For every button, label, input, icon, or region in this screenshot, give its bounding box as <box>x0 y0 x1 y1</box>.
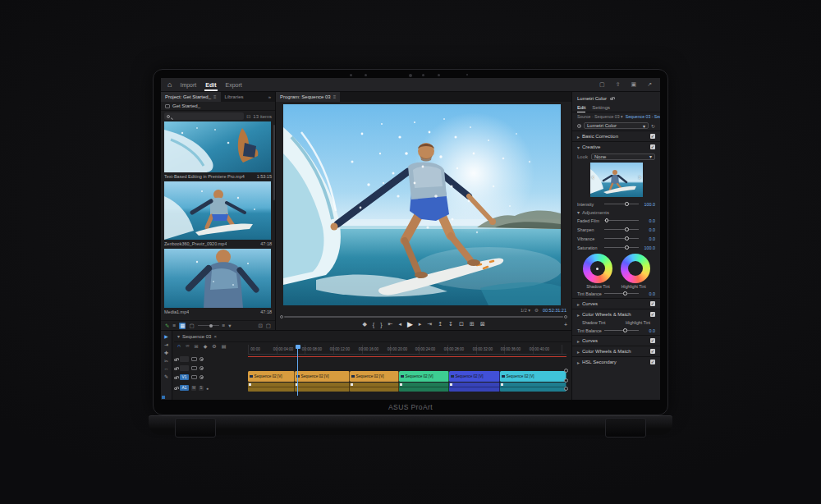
mark-out-icon[interactable]: } <box>380 322 382 328</box>
lock-icon[interactable] <box>174 368 177 370</box>
audio-clip[interactable] <box>399 383 449 392</box>
go-to-in-icon[interactable]: ⇤ <box>388 321 393 328</box>
slider-track[interactable] <box>604 220 639 221</box>
play-icon[interactable]: ▶ <box>407 320 413 328</box>
checkbox-checked-icon[interactable]: ✓ <box>650 360 655 364</box>
section-curves-2[interactable]: ▸Curves ✓ <box>572 335 660 346</box>
look-preview[interactable]: ‹ › <box>590 163 643 197</box>
look-select[interactable]: None▾ <box>591 153 655 160</box>
audio-clip[interactable] <box>449 383 500 392</box>
lock-icon[interactable] <box>174 387 177 390</box>
timeline-clip[interactable]: Sequence 02 [V] <box>399 371 449 382</box>
eye-icon[interactable] <box>200 357 204 361</box>
export-frame-icon[interactable]: ⊡ <box>459 321 464 328</box>
reset-effect-icon[interactable]: ↻ <box>651 123 655 129</box>
slider-handle[interactable] <box>623 328 627 332</box>
step-forward-icon[interactable]: ▸ <box>419 321 422 328</box>
timeline-clip[interactable]: Sequence 02 [V] <box>295 371 350 382</box>
checkbox-checked-icon[interactable]: ✓ <box>650 144 655 149</box>
slider-handle[interactable] <box>623 291 627 296</box>
close-icon[interactable]: × <box>213 334 217 339</box>
slider-value[interactable]: 0.0 <box>641 328 655 333</box>
lock-icon[interactable] <box>174 377 177 379</box>
slider-handle[interactable] <box>625 245 629 250</box>
slider-handle[interactable] <box>625 236 629 241</box>
track-header-v2[interactable] <box>174 364 248 372</box>
checkbox-checked-icon[interactable]: ✓ <box>650 349 655 354</box>
tab-import[interactable]: Import <box>179 80 197 89</box>
quick-export-icon[interactable]: ⇧ <box>614 81 622 88</box>
razor-tool-icon[interactable]: ✂ <box>164 358 168 364</box>
section-basic-correction[interactable]: ▸Basic Correction ✓ <box>572 131 660 141</box>
sort-icon[interactable]: ≡ <box>222 323 226 328</box>
tab-lumetri-settings[interactable]: Settings <box>592 105 610 110</box>
scrollbar[interactable] <box>273 125 275 200</box>
slider-track[interactable] <box>604 293 639 294</box>
insert-icon[interactable]: ⊞ <box>470 321 475 328</box>
overwrite-icon[interactable]: ⊠ <box>480 321 485 328</box>
workspaces-icon[interactable]: ▣ <box>630 81 639 88</box>
audio-clip[interactable] <box>500 383 566 392</box>
source-patch[interactable] <box>180 356 189 362</box>
adjustments-header[interactable]: ▾Adjustments <box>572 208 660 216</box>
list-item[interactable]: Zenbook360_Previz_0920.mp4 47:18 <box>164 181 272 247</box>
mark-in-icon[interactable]: { <box>373 322 374 328</box>
section-color-wheels-2[interactable]: ▸Color Wheels & Match ✓ <box>572 346 660 356</box>
tab-lumetri-edit[interactable]: Edit <box>577 105 585 110</box>
mic-icon[interactable]: ● <box>206 386 209 391</box>
slider-value[interactable]: 0.0 <box>641 236 655 241</box>
highlight-tint-wheel[interactable] <box>621 254 650 283</box>
audio-clip[interactable] <box>295 383 350 392</box>
effect-select[interactable]: Lumetri Color▾ <box>584 122 649 129</box>
track-toggle-icon[interactable] <box>191 357 197 361</box>
section-curves-1[interactable]: ▸Curves ✓ <box>572 298 660 309</box>
look-prev-icon[interactable]: ‹ <box>592 174 594 181</box>
slider-track[interactable] <box>604 204 639 204</box>
timeline-settings-icon[interactable]: ▤ <box>222 343 227 349</box>
ripple-edit-tool-icon[interactable]: ✚ <box>164 350 168 355</box>
panel-menu-icon[interactable]: ≡ <box>333 94 337 99</box>
tab-program[interactable]: Program: Sequence 03 ≡ <box>276 92 340 102</box>
tab-export[interactable]: Export <box>225 80 243 89</box>
solo-button[interactable]: S <box>199 386 204 391</box>
checkbox-checked-icon[interactable]: ✓ <box>650 338 655 343</box>
look-next-icon[interactable]: › <box>639 174 641 181</box>
slider-value[interactable]: 0.0 <box>641 227 655 232</box>
workspace-panel-icon[interactable]: ▢ <box>598 81 607 88</box>
section-creative[interactable]: ▾Creative ✓ <box>572 141 660 152</box>
slider-value[interactable]: 100.0 <box>641 202 655 207</box>
home-icon[interactable]: ⌂ <box>167 81 172 89</box>
freeform-view-icon[interactable]: ▢ <box>189 323 194 329</box>
pen-tool-icon[interactable]: ✎ <box>164 373 168 379</box>
linked-selection-icon[interactable]: ∞ <box>186 343 189 349</box>
slider-value[interactable]: 100.0 <box>641 245 655 250</box>
search-options-icon[interactable]: ⊡ <box>246 113 250 119</box>
checkbox-checked-icon[interactable]: ✓ <box>650 301 655 306</box>
list-item[interactable]: Text-Based Editing in Premiere Pro.mp4 1… <box>164 121 272 180</box>
audio-clip[interactable] <box>350 383 399 392</box>
button-editor-icon[interactable]: + <box>564 322 567 328</box>
automate-icon[interactable]: ▾ <box>228 323 231 329</box>
source-target-link[interactable]: Sequence 03 - Sequence… <box>626 114 660 119</box>
timeline-clip[interactable]: Sequence 02 [V] <box>500 371 566 382</box>
mute-button[interactable]: M <box>191 386 196 391</box>
thumb-zoom-slider[interactable] <box>198 325 219 326</box>
sequence-tab[interactable]: ▾ Sequence 03 × <box>177 333 217 339</box>
grid-view-icon[interactable]: ▦ <box>179 323 186 329</box>
slider-track[interactable] <box>604 238 639 239</box>
track-handle-icon[interactable] <box>564 387 568 391</box>
selection-tool-icon[interactable]: ▶ <box>164 333 168 339</box>
playback-resolution-select[interactable]: 1/2 ▾ <box>521 308 530 313</box>
nest-icon[interactable]: ⊞ <box>195 343 199 349</box>
snap-icon[interactable]: ∩ <box>177 343 181 349</box>
slider-value[interactable]: 0.0 <box>641 291 655 296</box>
step-back-icon[interactable]: ◂ <box>398 321 401 328</box>
lock-icon[interactable] <box>610 98 613 100</box>
track-header-v1[interactable]: V1 <box>174 373 248 381</box>
playhead[interactable] <box>297 345 298 396</box>
source-select[interactable]: Source · Sequence 03 ▾ <box>577 114 623 119</box>
slider-handle[interactable] <box>605 218 609 222</box>
shadow-tint-wheel[interactable] <box>583 254 612 283</box>
eye-icon[interactable] <box>200 366 204 370</box>
pen-project-icon[interactable]: ✎ <box>165 323 169 329</box>
